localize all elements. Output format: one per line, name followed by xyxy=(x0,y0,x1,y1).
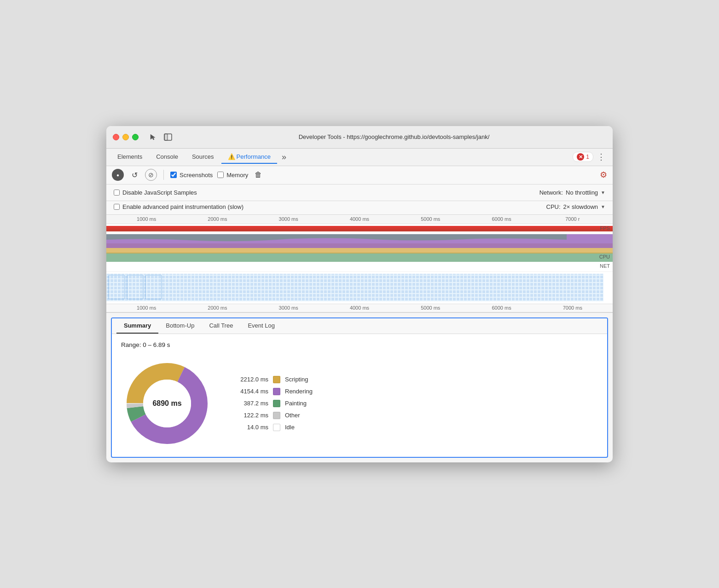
fps-label: FPS xyxy=(600,225,610,231)
screenshots-label: Screenshots xyxy=(180,172,213,179)
tab-console[interactable]: Console xyxy=(150,150,185,164)
tab-performance[interactable]: ⚠️Performance xyxy=(221,150,277,164)
cpu-label: CPU xyxy=(599,254,610,259)
range-text: Range: 0 – 6.89 s xyxy=(121,341,598,348)
tab-eventlog[interactable]: Event Log xyxy=(240,318,282,334)
error-icon: ✕ xyxy=(577,153,584,161)
rendering-value: 4154.4 ms xyxy=(232,388,268,395)
other-swatch xyxy=(273,412,280,419)
clear-recordings-button[interactable]: 🗑 xyxy=(253,169,264,181)
cpu-label: CPU: xyxy=(546,203,561,210)
window-title: Developer Tools - https://googlechrome.g… xyxy=(182,133,606,140)
donut-chart-container: 6890 ms xyxy=(121,357,213,450)
tabs-bar: Elements Console Sources ⚠️Performance »… xyxy=(106,149,613,166)
network-label: Network: xyxy=(539,189,563,196)
dock-icon[interactable] xyxy=(162,131,174,144)
toolbar-divider xyxy=(163,170,164,180)
screenshots-toggle[interactable]: Screenshots xyxy=(170,172,213,179)
time-ruler-2: 1000 ms 2000 ms 3000 ms 4000 ms 5000 ms … xyxy=(106,304,613,312)
other-name: Other xyxy=(285,412,300,419)
more-tabs-button[interactable]: » xyxy=(278,152,290,162)
network-dropdown-arrow: ▼ xyxy=(601,190,605,195)
tab-summary[interactable]: Summary xyxy=(116,318,158,334)
tab-calltree[interactable]: Call Tree xyxy=(202,318,240,334)
memory-label: Memory xyxy=(226,172,248,179)
clear-button[interactable]: ⊘ xyxy=(145,169,157,181)
net-row: NET xyxy=(106,262,613,272)
error-badge[interactable]: ✕ 1 xyxy=(573,152,593,162)
fps-row: FPS xyxy=(106,224,613,234)
maximize-button[interactable] xyxy=(132,134,139,140)
screenshots-checkbox[interactable] xyxy=(170,172,177,178)
tab-sources[interactable]: Sources xyxy=(186,150,220,164)
right-options-2: CPU: 2× slowdown ▼ xyxy=(546,203,606,210)
error-count: 1 xyxy=(586,154,589,160)
memory-toggle[interactable]: Memory xyxy=(217,172,248,179)
time-mark2-4: 4000 ms xyxy=(324,305,395,311)
reload-button[interactable]: ↺ xyxy=(128,169,140,181)
traffic-lights xyxy=(113,134,139,140)
options-bar: Disable JavaScript Samples Network: No t… xyxy=(106,184,613,201)
title-bar: Developer Tools - https://googlechrome.g… xyxy=(106,126,613,149)
memory-checkbox[interactable] xyxy=(217,172,224,178)
painting-value: 387.2 ms xyxy=(232,400,268,407)
network-throttle-dropdown[interactable]: Network: No throttling ▼ xyxy=(539,189,605,196)
disable-js-samples-checkbox[interactable] xyxy=(114,190,120,196)
rendering-name: Rendering xyxy=(285,388,313,395)
tab-bottomup[interactable]: Bottom-Up xyxy=(158,318,202,334)
time-mark2-3: 3000 ms xyxy=(253,305,324,311)
time-mark-1: 1000 ms xyxy=(111,216,182,222)
painting-name: Painting xyxy=(285,400,307,407)
painting-swatch xyxy=(273,400,280,407)
enable-paint-label: Enable advanced paint instrumentation (s… xyxy=(122,203,244,210)
toolbar: ● ↺ ⊘ Screenshots Memory 🗑 ⚙ xyxy=(106,166,613,184)
time-mark2-2: 2000 ms xyxy=(182,305,253,311)
right-options: Network: No throttling ▼ xyxy=(539,189,605,196)
scripting-value: 2212.0 ms xyxy=(232,376,268,383)
record-button[interactable]: ● xyxy=(112,169,124,181)
time-mark2-7: 7000 ms xyxy=(537,305,608,311)
cpu-dropdown-arrow: ▼ xyxy=(601,204,605,209)
time-mark2-1: 1000 ms xyxy=(111,305,182,311)
network-value: No throttling xyxy=(566,189,598,196)
net-label: NET xyxy=(600,263,610,269)
cpu-chart xyxy=(106,234,613,262)
legend-item-other: 122.2 ms Other xyxy=(232,412,313,419)
scripting-name: Scripting xyxy=(285,376,308,383)
warning-icon: ⚠️ xyxy=(228,153,235,160)
legend: 2212.0 ms Scripting 4154.4 ms Rendering … xyxy=(232,376,313,431)
time-mark-4: 4000 ms xyxy=(324,216,395,222)
other-value: 122.2 ms xyxy=(232,412,268,419)
cursor-icon xyxy=(147,131,160,144)
options-bar-2: Enable advanced paint instrumentation (s… xyxy=(106,201,613,215)
tab-elements[interactable]: Elements xyxy=(111,150,149,164)
cpu-throttle-dropdown[interactable]: CPU: 2× slowdown ▼ xyxy=(546,203,606,210)
donut-center-label: 6890 ms xyxy=(152,399,181,408)
time-mark2-5: 5000 ms xyxy=(395,305,466,311)
chart-area: 6890 ms 2212.0 ms Scripting 4154.4 ms Re… xyxy=(121,357,598,450)
cpu-value: 2× slowdown xyxy=(563,203,598,210)
summary-content: Range: 0 – 6.89 s xyxy=(112,334,607,457)
scripting-swatch xyxy=(273,376,280,383)
timeline-area[interactable]: 1000 ms 2000 ms 3000 ms 4000 ms 5000 ms … xyxy=(106,215,613,313)
disable-js-samples-label: Disable JavaScript Samples xyxy=(122,189,197,196)
rendering-swatch xyxy=(273,388,280,395)
close-button[interactable] xyxy=(113,134,119,140)
svg-rect-2 xyxy=(106,253,613,262)
time-mark-5: 5000 ms xyxy=(395,216,466,222)
summary-tabs: Summary Bottom-Up Call Tree Event Log xyxy=(112,318,607,334)
legend-item-idle: 14.0 ms Idle xyxy=(232,424,313,431)
enable-paint-checkbox[interactable] xyxy=(114,204,120,210)
minimize-button[interactable] xyxy=(122,134,129,140)
settings-button[interactable]: ⚙ xyxy=(600,170,607,180)
window-control-icons xyxy=(147,131,174,144)
bottom-panel: Summary Bottom-Up Call Tree Event Log Ra… xyxy=(111,317,608,458)
legend-item-scripting: 2212.0 ms Scripting xyxy=(232,376,313,383)
cpu-row: CPU xyxy=(106,234,613,262)
time-ruler: 1000 ms 2000 ms 3000 ms 4000 ms 5000 ms … xyxy=(106,215,613,224)
disable-js-samples-option[interactable]: Disable JavaScript Samples xyxy=(114,189,197,196)
devtools-menu-button[interactable]: ⋮ xyxy=(594,152,608,162)
legend-item-rendering: 4154.4 ms Rendering xyxy=(232,388,313,395)
enable-paint-option[interactable]: Enable advanced paint instrumentation (s… xyxy=(114,203,244,210)
time-mark2-6: 6000 ms xyxy=(466,305,537,311)
